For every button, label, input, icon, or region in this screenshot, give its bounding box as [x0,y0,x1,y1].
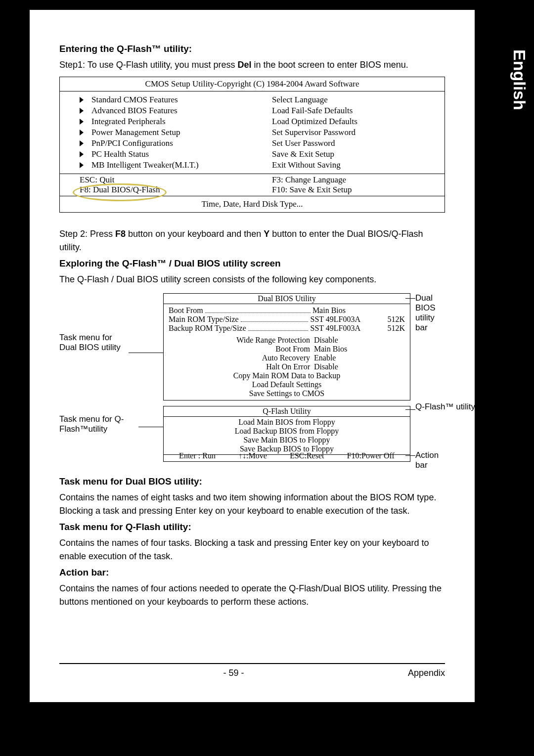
menu-item[interactable]: Select Language [272,95,328,105]
setting-value[interactable]: Disable [314,362,358,371]
setting-label: Wide Range Protection [215,336,314,345]
backup-rom-val: SST 49LF003A [310,324,360,333]
menu-item[interactable]: Advanced BIOS Features [91,106,178,116]
triangle-icon [80,108,84,114]
backup-rom-size: 512K [360,324,405,333]
menu-item[interactable]: Exit Without Saving [272,160,341,170]
setting-label: Halt On Error [215,362,314,371]
menu-item[interactable]: MB Intelligent Tweaker(M.I.T.) [91,160,199,170]
menu-item[interactable]: Set User Password [272,138,335,148]
setting-label: Auto Recovery [215,354,314,362]
menu-item[interactable]: Power Management Setup [91,128,180,137]
backup-rom-label: Backup ROM Type/Size [169,324,246,333]
f8-hint: F8: Dual BIOS/Q-Flash [80,185,252,195]
exploring-intro: The Q-Flash / Dual BIOS utility screen c… [59,273,445,286]
qflash-item[interactable]: Load Backup BIOS from Floppy [164,427,410,436]
setting-value[interactable]: Main Bios [314,345,358,354]
qflash-item[interactable]: Save Main BIOS to Floppy [164,436,410,445]
heading-qflash-task: Task menu for Q-Flash utility: [59,522,445,533]
step2-text: Step 2: Press F8 button on your keyboard… [59,227,445,254]
menu-item[interactable]: Load Optimized Defaults [272,117,357,127]
triangle-icon [80,130,84,135]
cmos-title: CMOS Setup Utility-Copyright (C) 1984-20… [60,77,445,91]
menu-item[interactable]: PnP/PCI Configurations [91,138,173,148]
menu-item[interactable]: PC Health Status [91,149,149,159]
triangle-icon [80,162,84,168]
action-bar: Enter : Run ↑↓:Move ESC:Reset F10:Power … [163,450,410,462]
desc-qflash-task: Contains the names of four tasks. Blocki… [59,536,445,563]
connector-line [405,409,415,410]
connector-line [405,455,415,456]
action-esc: ESC:Reset [290,451,324,460]
step1-a: Step1: To use Q-Flash utility, you must … [59,60,237,70]
esc-quit: ESC: Quit [80,175,252,185]
connector-line [138,427,163,427]
connector-line [129,353,163,353]
step1-b: in the boot screen to enter BIOS menu. [252,60,408,70]
setting-value[interactable]: Enable [314,354,358,362]
page-number: - 59 - [223,668,244,678]
label-qflash-task: Task menu for Q-Flash™utility [59,414,138,434]
menu-item[interactable]: Load Fail-Safe Defaults [272,106,353,116]
main-rom-val: SST 49LF003A [310,315,360,324]
label-action-bar: Action bar [415,450,445,470]
action-enter: Enter : Run [179,451,216,460]
menu-item[interactable]: Set Supervisor Password [272,128,356,137]
step1-del: Del [237,60,251,70]
cmos-setup-box: CMOS Setup Utility-Copyright (C) 1984-20… [59,77,445,213]
setting-value[interactable]: Disable [314,336,358,345]
qflash-item[interactable]: Load Main BIOS from Floppy [164,418,410,427]
f10-hint: F10: Save & Exit Setup [272,185,445,195]
boot-from-val: Main Bios [312,306,346,315]
triangle-icon [80,97,84,103]
dual-bios-title: Dual BIOS Utility [164,294,410,304]
f3-hint: F3: Change Language [272,175,445,185]
footer-section: Appendix [408,668,445,678]
dual-cmd[interactable]: Save Settings to CMOS [169,389,405,398]
menu-item[interactable]: Save & Exit Setup [272,149,334,159]
triangle-icon [80,140,84,146]
footer-rule [59,663,445,664]
setting-label: Boot From [215,345,314,354]
heading-dual-task: Task menu for Dual BIOS utility: [59,476,445,487]
page-content: Entering the Q-Flash™ utility: Step1: To… [30,10,475,702]
dual-cmd[interactable]: Load Default Settings [169,380,405,389]
connector-line [405,298,415,299]
menu-item[interactable]: Integrated Peripherals [91,117,166,127]
step1-text: Step1: To use Q-Flash utility, you must … [59,58,445,72]
main-rom-label: Main ROM Type/Size [169,315,239,324]
cmos-bottom: Time, Date, Hard Disk Type... [60,196,445,212]
dual-bios-box: Dual BIOS Utility Boot FromMain Bios Mai… [163,293,410,400]
action-move: ↑↓:Move [238,451,267,460]
label-qflash-bar: Q-Flash™ utility title bar [415,402,514,412]
action-f10: F10:Power Off [347,451,395,460]
utility-diagram: Task menu for Dual BIOS utility Task men… [59,293,445,461]
main-rom-size: 512K [360,315,405,324]
boot-from-label: Boot From [169,306,203,315]
dual-cmd[interactable]: Copy Main ROM Data to Backup [169,371,405,380]
cmos-left-col: Standard CMOS Features Advanced BIOS Fea… [60,91,252,174]
qflash-box: Q-Flash Utility Load Main BIOS from Flop… [163,406,410,455]
triangle-icon [80,119,84,125]
desc-dual-task: Contains the names of eight tasks and tw… [59,491,445,518]
menu-item[interactable]: Standard CMOS Features [91,95,178,105]
triangle-icon [80,151,84,157]
qflash-title: Q-Flash Utility [164,406,410,416]
language-tab: English [504,35,534,133]
cmos-right-col: Select Language Load Fail-Safe Defaults … [252,91,445,174]
heading-entering: Entering the Q-Flash™ utility: [59,44,445,54]
heading-action-bar: Action bar: [59,567,445,578]
label-dual-bar: Dual BIOS utility bar [415,293,445,333]
label-dual-task: Task menu for Dual BIOS utility [59,333,129,353]
desc-action-bar: Contains the names of four actions neede… [59,582,445,609]
heading-exploring: Exploring the Q-Flash™ / Dual BIOS utili… [59,258,445,269]
